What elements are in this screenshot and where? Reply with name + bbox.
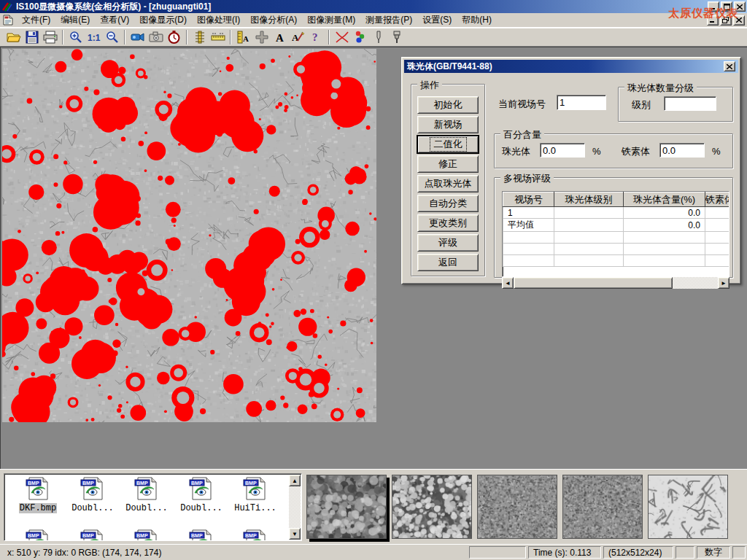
- table-header[interactable]: 珠光体含量(%): [624, 192, 705, 207]
- current-field-input[interactable]: [557, 95, 606, 110]
- file-vscrollbar[interactable]: ▲ ▼: [289, 475, 301, 540]
- child-restore-button[interactable]: [720, 15, 732, 26]
- return-button[interactable]: 返回: [417, 254, 479, 271]
- zoom-in-icon[interactable]: [66, 28, 85, 46]
- scroll-down-icon[interactable]: ▼: [289, 528, 301, 540]
- measure-text-icon[interactable]: A: [234, 28, 252, 46]
- grade-input[interactable]: [664, 96, 716, 111]
- child-close-button[interactable]: [733, 15, 745, 26]
- binarize-button[interactable]: 二值化: [417, 136, 479, 153]
- current-field-label: 当前视场号: [498, 98, 546, 111]
- pick-pearlite-button[interactable]: 点取珠光体: [417, 175, 479, 192]
- svg-text:BMP: BMP: [245, 533, 257, 538]
- brush-tool-icon[interactable]: [387, 28, 406, 46]
- file-item[interactable]: BMP HuiTi...: [229, 477, 282, 513]
- menu-image-analysis[interactable]: 图像分析(A): [245, 12, 302, 28]
- scroll-left-icon[interactable]: ◄: [502, 277, 514, 289]
- menu-report[interactable]: 测量报告(P): [360, 12, 417, 28]
- menu-view[interactable]: 查看(V): [95, 12, 134, 28]
- file-browser[interactable]: BMP DKF.bmp BMP Doubl... BMP Doubl... BM…: [4, 473, 302, 541]
- table-hscrollbar[interactable]: ◄ ►: [502, 277, 729, 289]
- menu-file[interactable]: 文件(F): [17, 12, 55, 28]
- file-item-partial[interactable]: BMP: [66, 529, 119, 541]
- svg-text:BMP: BMP: [191, 481, 203, 486]
- edit-text-icon[interactable]: A: [289, 28, 307, 46]
- rating-table[interactable]: 视场号珠光体级别珠光体含量(%)铁素体含量(%)10.0平均值0.0: [502, 191, 729, 277]
- file-name[interactable]: Doubl...: [125, 503, 169, 513]
- file-item-partial[interactable]: BMP: [12, 529, 64, 541]
- print-icon[interactable]: [41, 28, 59, 46]
- file-item[interactable]: BMP DKF.bmp: [12, 477, 64, 513]
- menu-image-measure[interactable]: 图像测量(M): [302, 12, 360, 28]
- initialize-button[interactable]: 初始化: [417, 96, 479, 114]
- menu-image-processing[interactable]: 图像处理(I): [192, 12, 245, 28]
- gallery-thumbnail[interactable]: [306, 475, 387, 539]
- file-name[interactable]: Doubl...: [71, 503, 115, 513]
- table-header[interactable]: 珠光体级别: [554, 192, 624, 207]
- table-row[interactable]: 10.0: [503, 207, 730, 219]
- hscroll-thumb[interactable]: [514, 277, 673, 289]
- app-logo-icon: [1, 1, 13, 12]
- change-class-button[interactable]: 更改类别: [417, 214, 479, 232]
- scroll-up-icon[interactable]: ▲: [289, 475, 301, 486]
- ferrite-percent-sign: %: [712, 146, 721, 157]
- video-camera-icon[interactable]: [128, 28, 147, 46]
- dialog-close-button[interactable]: [724, 61, 735, 71]
- ruler-icon[interactable]: [209, 28, 227, 46]
- close-button[interactable]: [734, 1, 746, 12]
- pen-tool-icon[interactable]: [369, 28, 387, 46]
- timer-icon[interactable]: [165, 28, 183, 46]
- file-item-partial[interactable]: BMP: [120, 529, 173, 541]
- new-field-button[interactable]: 新视场: [417, 116, 479, 133]
- open-file-icon[interactable]: [4, 28, 23, 46]
- vscroll-thumb[interactable]: [289, 486, 301, 505]
- table-row[interactable]: 平均值0.0: [503, 219, 730, 232]
- file-item[interactable]: BMP Doubl...: [175, 477, 228, 513]
- file-item-partial[interactable]: BMP: [229, 529, 282, 541]
- table-header[interactable]: 铁素体含量(%): [705, 192, 730, 207]
- auto-classify-button[interactable]: 自动分类: [417, 195, 479, 212]
- menu-settings[interactable]: 设置(S): [417, 12, 457, 28]
- document-icon: [2, 15, 14, 26]
- micrograph-image[interactable]: [2, 49, 376, 422]
- file-item-partial[interactable]: BMP: [175, 529, 228, 541]
- file-name[interactable]: DKF.bmp: [19, 503, 57, 513]
- caliper-icon[interactable]: [190, 28, 209, 46]
- save-icon[interactable]: [23, 28, 41, 46]
- curve-tool-icon[interactable]: [333, 28, 351, 46]
- help-icon[interactable]: ?: [307, 28, 325, 46]
- gallery-thumbnail[interactable]: [392, 475, 472, 539]
- dialog-titlebar: 珠光体(GB/T9441-88): [404, 60, 738, 73]
- maximize-button[interactable]: [721, 1, 732, 12]
- menu-edit[interactable]: 编辑(E): [55, 12, 95, 28]
- toolbar: 1:1AAA?: [0, 28, 747, 47]
- file-item[interactable]: BMP Doubl...: [120, 477, 173, 513]
- ferrite-percent-input[interactable]: [659, 143, 705, 158]
- file-item[interactable]: BMP Doubl...: [66, 477, 119, 513]
- gallery-thumbnail[interactable]: [648, 475, 728, 539]
- scroll-right-icon[interactable]: ►: [718, 277, 729, 289]
- child-minimize-button[interactable]: [707, 15, 719, 26]
- correct-button[interactable]: 修正: [417, 155, 479, 173]
- actual-size-icon[interactable]: 1:1: [85, 28, 103, 46]
- menu-image-display[interactable]: 图像显示(D): [134, 12, 192, 28]
- capture-icon[interactable]: [147, 28, 165, 46]
- file-name[interactable]: HuiTi...: [233, 503, 277, 513]
- text-label-icon[interactable]: A: [271, 28, 289, 46]
- table-header[interactable]: 视场号: [503, 192, 554, 207]
- gallery-thumbnail[interactable]: [477, 475, 557, 539]
- gallery-thumbnail[interactable]: [562, 475, 643, 539]
- zoom-out-icon[interactable]: [103, 28, 121, 46]
- status-bar: x: 510 y: 79 idx: 0 RGB: (174, 174, 174)…: [0, 544, 747, 560]
- bmp-file-icon: BMP: [26, 529, 50, 541]
- bmp-file-icon: BMP: [243, 529, 268, 541]
- pearlite-percent-input[interactable]: [540, 143, 585, 158]
- phase-balls-icon[interactable]: [351, 28, 369, 46]
- file-name[interactable]: Doubl...: [179, 503, 223, 513]
- minimize-button[interactable]: [708, 1, 719, 12]
- toolbar-separator: [230, 30, 231, 44]
- rate-button[interactable]: 评级: [417, 234, 479, 252]
- menu-help[interactable]: 帮助(H): [457, 12, 497, 28]
- move-cross-icon[interactable]: [252, 28, 271, 46]
- svg-text:BMP: BMP: [28, 533, 39, 538]
